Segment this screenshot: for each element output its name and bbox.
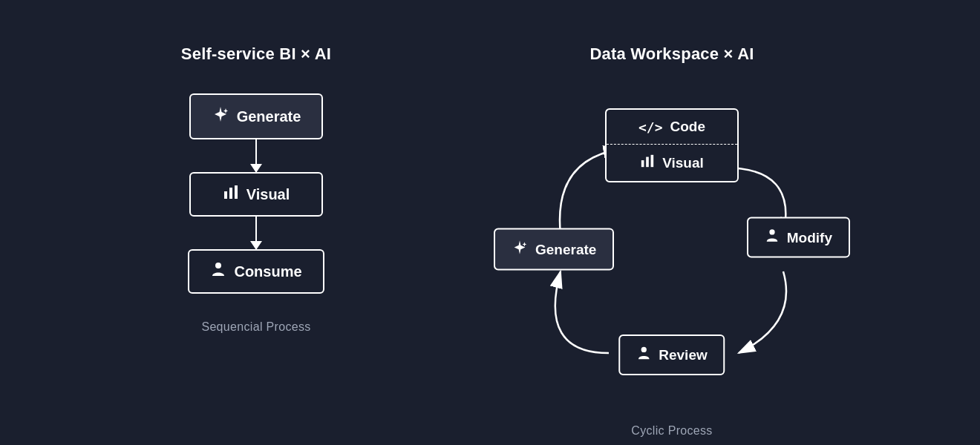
code-icon: </> <box>638 119 663 135</box>
code-label: Code <box>670 119 706 135</box>
svg-rect-2 <box>235 185 238 199</box>
code-visual-box: </> Code Visual <box>605 108 739 182</box>
svg-point-8 <box>769 229 774 234</box>
svg-rect-7 <box>651 155 654 167</box>
visual-label: Visual <box>246 186 290 203</box>
left-panel: Self-service BI × AI Generate <box>100 37 412 334</box>
modify-box: Modify <box>747 217 850 258</box>
right-panel-title: Data Workspace × AI <box>589 44 754 64</box>
generate-box: Generate <box>189 93 324 139</box>
flow-container: Generate Visual <box>188 93 324 294</box>
cyclic-process-label: Cyclic Process <box>631 424 712 438</box>
svg-rect-6 <box>646 157 649 168</box>
svg-point-9 <box>641 347 647 352</box>
review-label: Review <box>659 347 707 363</box>
cyclic-diagram: </> Code Visual <box>486 101 858 398</box>
visual-label-right: Visual <box>662 155 704 171</box>
svg-rect-1 <box>229 188 232 199</box>
cyclic-sparkle-icon <box>512 240 528 260</box>
visual-bar-icon <box>640 154 655 172</box>
svg-rect-5 <box>641 160 644 167</box>
right-panel: Data Workspace × AI <box>464 37 880 438</box>
main-container: Self-service BI × AI Generate <box>45 22 935 423</box>
arrow-visual-to-consume <box>255 217 257 249</box>
visual-inner: Visual <box>607 145 737 181</box>
modify-person-icon <box>765 228 780 247</box>
generate-label: Generate <box>237 108 301 125</box>
code-inner: </> Code <box>607 110 737 144</box>
left-panel-title: Self-service BI × AI <box>181 44 331 64</box>
svg-rect-0 <box>224 191 227 199</box>
consume-box: Consume <box>188 249 324 294</box>
sequential-process-label: Sequencial Process <box>201 320 310 334</box>
modify-label: Modify <box>787 229 832 245</box>
cyclic-generate-box: Generate <box>494 228 614 271</box>
review-person-icon <box>636 346 651 364</box>
person-icon <box>210 261 226 282</box>
svg-point-3 <box>215 263 221 268</box>
arrow-generate-to-visual <box>255 139 257 172</box>
consume-label: Consume <box>234 263 301 280</box>
cyclic-generate-label: Generate <box>535 241 596 257</box>
bar-chart-icon <box>223 184 239 205</box>
sparkle-icon <box>212 105 229 128</box>
review-box: Review <box>618 334 725 375</box>
visual-box: Visual <box>189 172 323 217</box>
